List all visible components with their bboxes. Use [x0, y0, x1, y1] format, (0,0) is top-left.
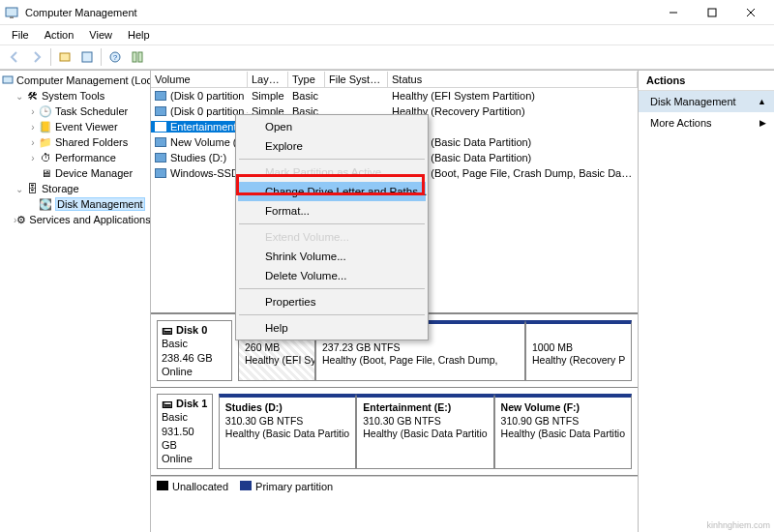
legend-swatch-unallocated: [157, 481, 168, 490]
svg-text:?: ?: [113, 53, 118, 62]
cm-shrink[interactable]: Shrink Volume...: [238, 247, 426, 266]
menu-view[interactable]: View: [83, 28, 118, 42]
cm-change-drive-letter[interactable]: Change Drive Letter and Paths...: [238, 182, 426, 201]
log-icon: 📒: [39, 120, 52, 133]
tree-label: System Tools: [42, 90, 104, 102]
svg-rect-0: [6, 8, 17, 16]
tree-services-apps[interactable]: › ⚙ Services and Applications: [0, 212, 150, 227]
tree-system-tools[interactable]: ⌄ 🛠 System Tools: [0, 88, 150, 103]
gauge-icon: ⏱: [39, 151, 52, 164]
disk-state: Online: [162, 452, 208, 465]
tree-shared-folders[interactable]: › 📁 Shared Folders: [0, 134, 150, 150]
computer-icon: [2, 74, 14, 87]
expand-icon[interactable]: ›: [27, 122, 39, 133]
cm-help[interactable]: Help: [238, 318, 426, 338]
disk-label[interactable]: 🖴Disk 0 Basic 238.46 GB Online: [157, 320, 232, 381]
col-filesystem[interactable]: File System: [325, 72, 388, 87]
disk-1[interactable]: 🖴Disk 1 Basic 931.50 GB Online Studies (…: [151, 388, 638, 475]
part-size: 260 MB: [245, 341, 309, 355]
part-name: Entertainment (E:): [363, 401, 487, 415]
minimize-button[interactable]: [654, 0, 693, 25]
col-status[interactable]: Status: [388, 72, 638, 87]
cm-explore[interactable]: Explore: [238, 136, 426, 156]
part-status: Healthy (Basic Data Partitio: [225, 428, 349, 441]
cm-open[interactable]: Open: [238, 117, 426, 136]
back-button[interactable]: [4, 46, 25, 68]
actions-disk-management[interactable]: Disk Management ▲: [639, 91, 774, 112]
tree-task-scheduler[interactable]: › 🕒 Task Scheduler: [0, 103, 150, 119]
tree-label: Disk Management: [55, 197, 145, 211]
part-size: 237.23 GB NTFS: [322, 341, 519, 355]
help-toolbar-button[interactable]: ?: [104, 46, 126, 68]
chevron-up-icon: ▲: [758, 97, 766, 106]
legend-label: Unallocated: [172, 481, 228, 492]
cell: Healthy (EFI System Partition): [388, 90, 638, 102]
tree-device-manager[interactable]: 🖥 Device Manager: [0, 165, 150, 181]
volume-list-header[interactable]: Volume Layout Type File System Status: [151, 71, 638, 88]
close-button[interactable]: [731, 0, 770, 25]
expand-icon[interactable]: ›: [27, 137, 39, 148]
expand-icon[interactable]: ›: [27, 153, 39, 163]
toolbar-icon-4[interactable]: [127, 46, 148, 68]
actions-pane: Actions Disk Management ▲ More Actions ▶: [639, 71, 774, 532]
svg-rect-11: [138, 52, 142, 62]
disk-label[interactable]: 🖴Disk 1 Basic 931.50 GB Online: [157, 394, 213, 468]
disk-type: Basic: [162, 410, 208, 424]
menu-action[interactable]: Action: [39, 28, 80, 42]
partition[interactable]: Entertainment (E:) 310.30 GB NTFS Health…: [356, 394, 493, 468]
volume-row[interactable]: (Disk 0 partition 1) Simple Basic Health…: [151, 88, 638, 103]
partition[interactable]: New Volume (F:) 310.90 GB NTFS Healthy (…: [494, 394, 632, 468]
cell: Simple: [248, 90, 288, 102]
menu-file[interactable]: File: [6, 28, 35, 42]
storage-icon: 🗄: [25, 182, 39, 195]
cm-mark-active: Mark Partition as Active: [238, 163, 426, 182]
cm-delete[interactable]: Delete Volume...: [238, 266, 426, 285]
col-volume[interactable]: Volume: [151, 72, 248, 87]
services-icon: ⚙: [16, 213, 26, 226]
partition[interactable]: Studies (D:) 310.30 GB NTFS Healthy (Bas…: [219, 394, 356, 468]
part-status: Healthy (Basic Data Partitio: [501, 428, 625, 441]
volume-name: (Disk 0 partition 1): [170, 90, 248, 102]
cm-format[interactable]: Format...: [238, 201, 426, 221]
expand-icon[interactable]: ⌄: [14, 91, 25, 102]
tree-label: Computer Management (Local): [16, 74, 151, 86]
part-size: 310.30 GB NTFS: [363, 415, 487, 429]
chevron-right-icon: ▶: [759, 118, 766, 128]
tools-icon: 🛠: [25, 89, 39, 103]
toolbar-icon-2[interactable]: [76, 46, 98, 68]
tree-event-viewer[interactable]: › 📒 Event Viewer: [0, 119, 150, 134]
disk-size: 931.50 GB: [162, 425, 208, 453]
forward-button[interactable]: [26, 46, 47, 68]
maximize-button[interactable]: [693, 0, 731, 25]
tree-label: Services and Applications: [29, 214, 150, 225]
part-name: New Volume (F:): [501, 401, 625, 415]
clock-icon: 🕒: [39, 104, 52, 118]
tree-root[interactable]: Computer Management (Local): [0, 73, 150, 88]
legend: Unallocated Primary partition: [151, 476, 638, 496]
cm-extend: Extend Volume...: [238, 227, 426, 247]
disk-type: Basic: [162, 337, 227, 350]
actions-heading: Actions: [639, 71, 774, 91]
expand-icon[interactable]: ⌄: [14, 184, 25, 194]
toolbar-icon-1[interactable]: [54, 46, 75, 68]
disk-icon: 💽: [39, 197, 52, 211]
col-type[interactable]: Type: [288, 72, 325, 87]
tree-storage[interactable]: ⌄ 🗄 Storage: [0, 181, 150, 196]
tree-label: Performance: [55, 152, 116, 163]
nav-tree[interactable]: Computer Management (Local) ⌄ 🛠 System T…: [0, 71, 151, 532]
tree-disk-management[interactable]: 💽 Disk Management: [0, 196, 150, 212]
expand-icon[interactable]: ›: [27, 106, 39, 117]
tree-performance[interactable]: › ⏱ Performance: [0, 150, 150, 165]
window-title: Computer Management: [25, 7, 137, 18]
actions-more[interactable]: More Actions ▶: [639, 112, 774, 133]
cm-properties[interactable]: Properties: [238, 292, 426, 311]
svg-rect-7: [82, 52, 92, 62]
volume-name: Studies (D:): [170, 152, 226, 163]
col-layout[interactable]: Layout: [248, 72, 288, 87]
partition[interactable]: 1000 MB Healthy (Recovery P: [525, 320, 632, 381]
menu-help[interactable]: Help: [122, 28, 156, 42]
cell: Basic: [288, 90, 325, 102]
part-status: Healthy (Recovery P: [532, 354, 625, 368]
svg-rect-3: [708, 9, 716, 16]
context-menu[interactable]: Open Explore Mark Partition as Active Ch…: [235, 114, 429, 340]
